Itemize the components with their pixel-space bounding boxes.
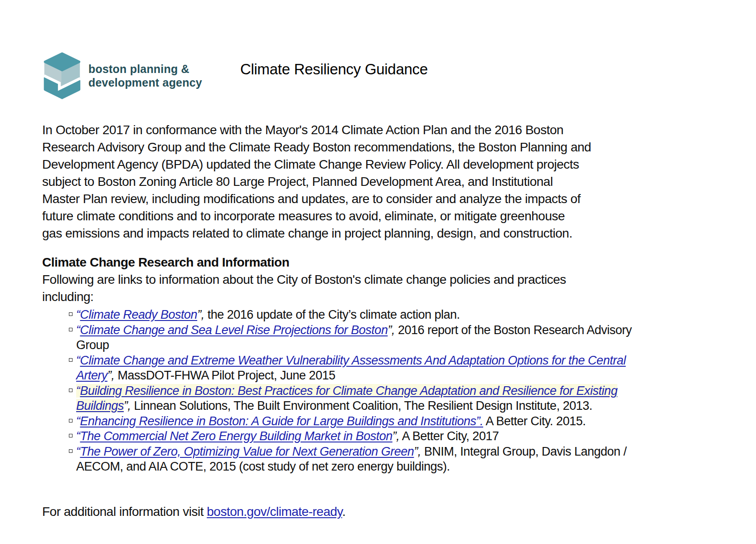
open-quote: “ bbox=[76, 323, 80, 337]
list-item-text: the 2016 update of the City’s climate ac… bbox=[204, 308, 460, 321]
open-quote: “ bbox=[76, 308, 80, 321]
close-quote: ”, bbox=[124, 399, 131, 413]
close-quote: ”, bbox=[197, 308, 204, 321]
open-quote: “ bbox=[76, 414, 80, 428]
intro-line: subject to Boston Zoning Article 80 Larg… bbox=[42, 173, 591, 190]
resource-link[interactable]: Climate Ready Boston bbox=[80, 308, 198, 321]
intro-line: gas emissions and impacts related to cli… bbox=[42, 225, 591, 242]
footer-text: For additional information visit boston.… bbox=[42, 505, 345, 519]
intro-line: Research Advisory Group and the Climate … bbox=[42, 139, 591, 156]
list-item: “Enhancing Resilience in Boston: A Guide… bbox=[76, 414, 665, 429]
open-quote: “ bbox=[76, 384, 80, 398]
bullet-square-icon bbox=[69, 358, 73, 362]
bullet-square-icon bbox=[69, 328, 73, 331]
bpda-logo: boston planning & development agency bbox=[43, 52, 202, 100]
list-item: “Climate Ready Boston”, the 2016 update … bbox=[76, 307, 665, 323]
list-item-text: Linnean Solutions, The Built Environment… bbox=[131, 399, 592, 413]
intro-line: future climate conditions and to incorpo… bbox=[42, 208, 591, 225]
close-quote: ”, bbox=[414, 445, 421, 458]
logo-line-1: boston planning & bbox=[88, 62, 202, 76]
list-item: “The Power of Zero, Optimizing Value for… bbox=[76, 444, 665, 475]
bullet-square-icon bbox=[69, 312, 73, 316]
footer-prefix: For additional information visit bbox=[42, 505, 207, 519]
list-item: “Building Resilience in Boston: Best Pra… bbox=[76, 384, 665, 414]
bpda-logo-wordmark: boston planning & development agency bbox=[88, 62, 202, 100]
bullet-square-icon bbox=[69, 434, 73, 437]
resource-link[interactable]: Climate Change and Sea Level Rise Projec… bbox=[80, 323, 388, 337]
resource-link[interactable]: The Power of Zero, Optimizing Value for … bbox=[80, 445, 414, 458]
section-intro-line-1: Following are links to information about… bbox=[42, 271, 566, 288]
section-heading: Climate Change Research and Information bbox=[42, 254, 566, 271]
page-title: Climate Resiliency Guidance bbox=[240, 61, 428, 78]
section-block: Climate Change Research and Information … bbox=[42, 254, 566, 306]
intro-line: Master Plan review, including modificati… bbox=[42, 190, 591, 208]
resource-link[interactable]: The Commercial Net Zero Energy Building … bbox=[80, 429, 393, 443]
list-item-text: A Better City. 2015. bbox=[483, 414, 586, 428]
intro-line: In October 2017 in conformance with the … bbox=[42, 121, 591, 139]
list-item-text: A Better City, 2017 bbox=[399, 429, 499, 443]
logo-line-2: development agency bbox=[88, 76, 202, 89]
open-quote: “ bbox=[76, 429, 80, 443]
open-quote: “ bbox=[76, 445, 80, 458]
bullet-square-icon bbox=[69, 419, 73, 423]
intro-line: Development Agency (BPDA) updated the Cl… bbox=[42, 156, 591, 173]
close-quote: ”, bbox=[107, 369, 115, 382]
list-item: “Climate Change and Extreme Weather Vuln… bbox=[76, 353, 665, 384]
footer-link[interactable]: boston.gov/climate-ready bbox=[207, 505, 342, 519]
bpda-logo-icon bbox=[43, 52, 81, 100]
close-quote: ”, bbox=[393, 429, 400, 443]
open-quote: “ bbox=[76, 354, 80, 367]
close-quote: ”, bbox=[388, 323, 395, 337]
bullet-square-icon bbox=[69, 449, 73, 453]
intro-paragraph: In October 2017 in conformance with the … bbox=[42, 121, 591, 242]
resource-link[interactable]: Enhancing Resilience in Boston: A Guide … bbox=[80, 414, 484, 428]
list-item: “Climate Change and Sea Level Rise Proje… bbox=[76, 323, 665, 353]
list-item: “The Commercial Net Zero Energy Building… bbox=[76, 429, 665, 444]
section-intro-line-2: including: bbox=[42, 288, 566, 306]
list-item-text: MassDOT-FHWA Pilot Project, June 2015 bbox=[115, 369, 335, 382]
footer-suffix: . bbox=[342, 505, 345, 519]
bullet-square-icon bbox=[69, 389, 73, 392]
resource-list: “Climate Ready Boston”, the 2016 update … bbox=[76, 307, 665, 475]
